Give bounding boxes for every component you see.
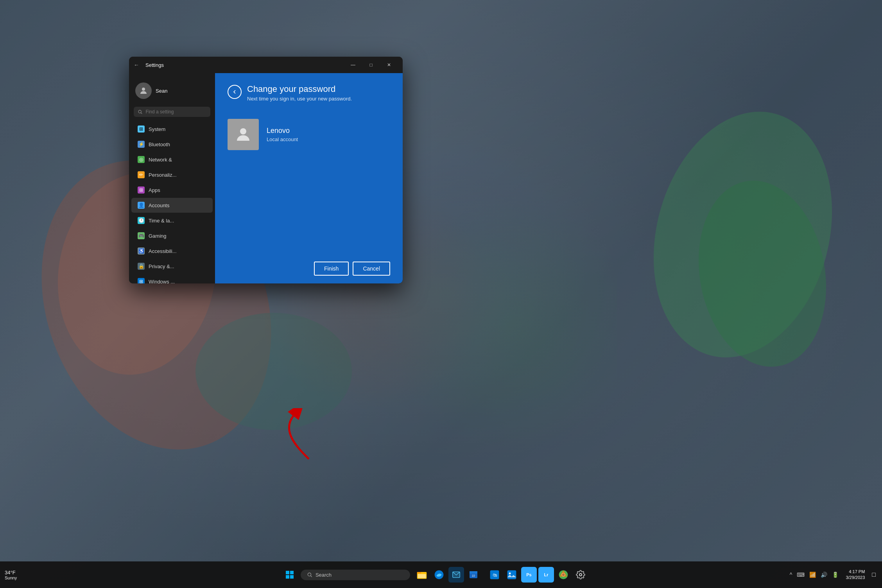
notification-icon[interactable]: □ (870, 570, 877, 580)
taskbar-icon-store[interactable]: 🛍 (487, 567, 502, 583)
close-button[interactable]: ✕ (380, 59, 398, 71)
taskbar-search[interactable]: Search (301, 570, 410, 580)
nav-item-gaming[interactable]: 🎮 Gaming (131, 228, 213, 243)
account-name: Lenovo (267, 127, 298, 135)
svg-rect-15 (290, 575, 294, 579)
store-icon: 🛍 (489, 570, 500, 580)
personalization-icon: ✏ (138, 171, 145, 178)
svg-rect-19 (417, 572, 421, 574)
ps-label: Ps (526, 572, 531, 577)
nav-item-system[interactable]: ⊞ System (131, 122, 213, 136)
tray-wifi[interactable]: 📶 (808, 570, 817, 579)
nav-label-network: Network & (149, 157, 172, 163)
nav-label-system: System (149, 126, 165, 132)
nav-label-apps: Apps (149, 187, 160, 193)
back-circle-button[interactable] (228, 85, 242, 99)
nav-label-windows: Windows ... (149, 279, 175, 284)
taskbar-right: ^ ⌨ 📶 🔊 🔋 4:17 PM 3/29/2023 □ (788, 567, 877, 583)
taskbar-icon-lr[interactable]: Lr (538, 567, 554, 583)
clock-date: 3/29/2023 (846, 575, 865, 581)
taskbar-left: 34°F Sunny (5, 570, 83, 580)
network-icon: ◎ (138, 156, 145, 163)
svg-rect-24 (470, 571, 477, 574)
maximize-button[interactable]: □ (362, 59, 380, 71)
taskbar-icon-photos[interactable] (504, 567, 520, 583)
nav-item-windows[interactable]: ⊞ Windows ... (131, 274, 213, 283)
privacy-icon: 🔒 (138, 263, 145, 270)
weather-condition: Sunny (5, 575, 17, 580)
nav-item-apps[interactable]: ⊞ Apps (131, 183, 213, 197)
taskbar-icon-chrome[interactable] (556, 567, 571, 583)
svg-rect-14 (286, 575, 289, 579)
system-clock[interactable]: 4:17 PM 3/29/2023 (843, 567, 868, 583)
taskbar-more-icons: 🛍 Ps Lr (487, 567, 588, 583)
nav-label-time: Time & la... (149, 218, 174, 224)
svg-point-29 (509, 572, 511, 574)
dialog-buttons: Finish Cancel (215, 254, 403, 283)
taskbar-icon-explorer[interactable] (414, 567, 430, 583)
temperature: 34°F (5, 570, 17, 575)
windows-start-icon (285, 570, 294, 579)
finish-button[interactable]: Finish (314, 262, 349, 276)
svg-line-9 (141, 113, 142, 114)
nav-label-accounts: Accounts (149, 203, 169, 208)
settings-window: ← Settings — □ ✕ Sean (129, 57, 403, 283)
nav-label-privacy: Privacy &... (149, 264, 174, 269)
nav-item-time[interactable]: 🕐 Time & la... (131, 213, 213, 228)
svg-point-8 (138, 110, 141, 113)
nav-label-accessibility: Accessibili... (149, 248, 177, 254)
find-setting-input[interactable] (145, 109, 206, 115)
nav-item-bluetooth[interactable]: ⚡ Bluetooth (131, 137, 213, 152)
sidebar-username: Sean (156, 88, 167, 94)
sidebar-user[interactable]: Sean (129, 78, 215, 107)
taskbar-icon-calendar[interactable]: 22 (466, 567, 481, 583)
svg-rect-28 (507, 570, 516, 579)
taskbar-icon-mail[interactable] (448, 567, 464, 583)
file-explorer-icon (416, 569, 427, 580)
chrome-icon (558, 570, 568, 580)
dialog-subtitle: Next time you sign in, use your new pass… (247, 96, 390, 102)
nav-item-privacy[interactable]: 🔒 Privacy &... (131, 259, 213, 274)
settings-sidebar: Sean ⊞ System ⚡ Bluetooth ◎ Net (129, 73, 215, 283)
tray-sound[interactable]: 🔊 (819, 570, 829, 579)
bluetooth-icon: ⚡ (138, 141, 145, 148)
cancel-button[interactable]: Cancel (353, 262, 390, 276)
minimize-button[interactable]: — (344, 59, 362, 71)
nav-label-gaming: Gaming (149, 233, 167, 239)
nav-item-network[interactable]: ◎ Network & (131, 152, 213, 167)
sidebar-search[interactable] (134, 107, 210, 117)
settings-gear-icon (576, 570, 585, 579)
svg-point-10 (240, 128, 246, 134)
clock-time: 4:17 PM (846, 569, 865, 575)
time-icon: 🕐 (138, 217, 145, 224)
svg-text:🛍: 🛍 (492, 573, 497, 577)
start-button[interactable] (281, 566, 298, 583)
tray-expand[interactable]: ^ (788, 570, 794, 579)
settings-title: Settings (145, 62, 164, 68)
taskbar-center: Search (83, 566, 788, 583)
nav-label-bluetooth: Bluetooth (149, 142, 170, 147)
change-password-dialog: Change your password Next time you sign … (215, 73, 403, 283)
nav-label-personalization: Personaliz... (149, 172, 177, 178)
tray-keyboard[interactable]: ⌨ (795, 570, 806, 579)
taskbar-icon-settings[interactable] (573, 567, 588, 583)
back-button[interactable]: ← (134, 62, 139, 68)
taskbar: 34°F Sunny Search (0, 561, 882, 588)
dialog-title: Change your password (247, 84, 390, 94)
accessibility-icon: ♿ (138, 247, 145, 255)
taskbar-search-icon (307, 572, 312, 577)
tray-battery[interactable]: 🔋 (830, 570, 840, 579)
nav-item-accessibility[interactable]: ♿ Accessibili... (131, 244, 213, 258)
nav-item-accounts[interactable]: 👤 Accounts (131, 198, 213, 213)
search-icon (138, 109, 142, 115)
taskbar-icon-ps[interactable]: Ps (521, 567, 537, 583)
taskbar-icon-edge[interactable] (431, 567, 447, 583)
nav-item-personalization[interactable]: ✏ Personaliz... (131, 167, 213, 182)
window-controls: — □ ✕ (344, 59, 398, 71)
svg-rect-12 (286, 571, 289, 574)
svg-rect-20 (418, 574, 426, 578)
weather-widget[interactable]: 34°F Sunny (5, 570, 17, 580)
mail-icon (452, 570, 461, 579)
svg-line-17 (310, 575, 312, 577)
taskbar-app-icons: 22 (414, 567, 481, 583)
